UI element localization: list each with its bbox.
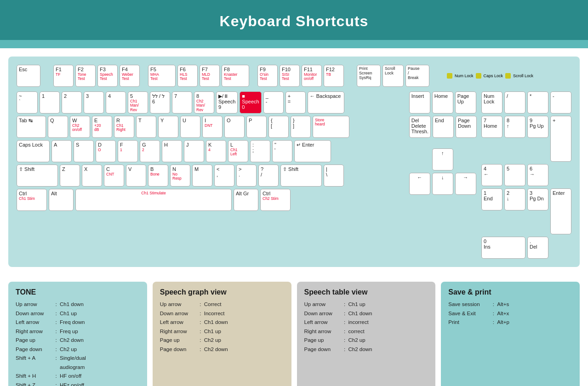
key-semicolon[interactable]: :;: [250, 140, 270, 162]
key-f2[interactable]: F2ToneTest: [75, 65, 96, 87]
key-num-3[interactable]: 3Pg Dn: [527, 188, 548, 210]
key-right-shift[interactable]: ⇧ Shift: [280, 165, 322, 187]
key-num-minus[interactable]: -: [550, 91, 571, 114]
key-num-7[interactable]: 7Home: [481, 116, 502, 138]
key-up-arrow[interactable]: ↑: [432, 148, 453, 170]
key-num-dot[interactable]: .Del: [527, 237, 548, 259]
key-w[interactable]: WCh2on/off: [70, 116, 90, 138]
key-m[interactable]: M: [192, 165, 212, 187]
key-pipe[interactable]: |\: [324, 165, 344, 187]
key-insert[interactable]: Insert: [409, 91, 430, 114]
key-f1[interactable]: F1TF: [53, 65, 74, 87]
key-backspace[interactable]: ← Backspace: [308, 91, 344, 114]
key-minus[interactable]: _-: [263, 91, 284, 114]
key-f7[interactable]: F7MLDTest: [200, 65, 220, 87]
key-7[interactable]: 7: [172, 91, 192, 114]
key-u[interactable]: U: [180, 116, 200, 138]
key-page-down[interactable]: PageDown: [456, 116, 477, 138]
key-num-slash[interactable]: /: [504, 91, 525, 114]
key-f6[interactable]: F6HLSTest: [177, 65, 198, 87]
key-num-1[interactable]: 1End: [481, 188, 502, 210]
key-i[interactable]: IDNT: [202, 116, 223, 138]
key-comma[interactable]: <,: [214, 165, 234, 187]
key-c[interactable]: CCNT: [104, 165, 124, 187]
key-home[interactable]: Home: [432, 91, 453, 114]
key-f10[interactable]: F10SISITest: [280, 65, 300, 87]
key-down-arrow[interactable]: ↓: [432, 173, 453, 195]
key-1[interactable]: 1: [40, 91, 60, 114]
key-num-5[interactable]: 5: [504, 164, 525, 186]
key-5[interactable]: 5Ch1Man/Rev: [128, 91, 148, 114]
key-lbracket[interactable]: {[: [268, 116, 289, 138]
key-3[interactable]: 3: [84, 91, 104, 114]
key-t[interactable]: T: [136, 116, 156, 138]
key-p[interactable]: P: [246, 116, 267, 138]
key-left-alt[interactable]: Alt: [49, 189, 74, 211]
key-right-ctrl[interactable]: CtrlCh2 Stim: [260, 189, 291, 211]
key-num-plus[interactable]: +: [550, 116, 571, 162]
key-9[interactable]: ▶/⏸Speech9: [216, 91, 238, 114]
key-space[interactable]: Ch1 Stimulate: [75, 189, 232, 211]
key-rbracket[interactable]: }]: [291, 116, 311, 138]
key-backtick[interactable]: ~`: [17, 91, 38, 114]
key-caps-lock[interactable]: Caps Lock: [17, 140, 50, 162]
key-num-9[interactable]: 9Pg Up: [527, 116, 548, 138]
key-left-shift[interactable]: ⇧ Shift: [17, 165, 58, 187]
key-s[interactable]: S: [74, 140, 94, 162]
key-num-2[interactable]: 2↓: [504, 188, 525, 210]
key-num-enter[interactable]: Enter: [550, 188, 571, 234]
key-q[interactable]: Q: [48, 116, 68, 138]
key-right-arrow[interactable]: →: [455, 173, 476, 195]
key-store-heard[interactable]: Storeheard: [313, 116, 349, 138]
key-k[interactable]: K4: [206, 140, 226, 162]
key-2[interactable]: 2: [62, 91, 82, 114]
key-slash[interactable]: ?/: [258, 165, 279, 187]
key-pause[interactable]: Pause/Break: [405, 65, 429, 87]
key-delete[interactable]: DelDeleteThresh.: [409, 116, 431, 138]
key-end[interactable]: End: [433, 116, 454, 138]
key-num-8[interactable]: 8↑: [504, 116, 525, 138]
key-enter[interactable]: ↵ Enter: [294, 140, 331, 162]
key-stop[interactable]: ■Speech0: [240, 91, 261, 114]
key-o[interactable]: O: [224, 116, 245, 138]
key-j[interactable]: J: [184, 140, 204, 162]
key-f4[interactable]: F4WeberTest: [120, 65, 140, 87]
key-h[interactable]: H: [162, 140, 182, 162]
key-num-0[interactable]: 0Ins: [481, 237, 525, 259]
key-esc[interactable]: Esc: [17, 65, 40, 87]
key-num-star[interactable]: *: [527, 91, 548, 114]
key-y[interactable]: Y: [158, 116, 178, 138]
key-f[interactable]: F1: [118, 140, 138, 162]
key-a[interactable]: A: [51, 140, 72, 162]
key-6[interactable]: ל / לל6: [150, 91, 170, 114]
key-num-4[interactable]: 4←: [481, 164, 502, 186]
key-left-arrow[interactable]: ←: [409, 173, 430, 195]
key-l[interactable]: LCh1Left: [228, 140, 248, 162]
key-f9[interactable]: F9O'sinTest: [257, 65, 278, 87]
key-g[interactable]: G2: [140, 140, 160, 162]
key-left-ctrl[interactable]: CtrlCh1 Stim: [17, 189, 47, 211]
key-period[interactable]: >.: [236, 165, 257, 187]
key-x[interactable]: X: [82, 165, 102, 187]
key-page-up[interactable]: PageUp: [455, 91, 476, 114]
key-r[interactable]: RCh1Right: [114, 116, 134, 138]
key-n[interactable]: NNoResp: [170, 165, 190, 187]
key-scroll-lock[interactable]: ScrollLock: [382, 65, 404, 87]
key-8[interactable]: 8Ch2Man/Rev: [194, 91, 214, 114]
key-f8[interactable]: F8KnasterTest: [222, 65, 249, 87]
key-f11[interactable]: F11Monitoron/off: [302, 65, 322, 87]
key-num-6[interactable]: 6→: [527, 164, 548, 186]
key-v[interactable]: V: [126, 165, 146, 187]
key-equals[interactable]: +=: [285, 91, 306, 114]
key-f12[interactable]: F12TB: [324, 65, 344, 87]
key-z[interactable]: Z: [60, 165, 80, 187]
key-4[interactable]: 4: [106, 91, 126, 114]
key-alt-gr[interactable]: Alt Gr: [234, 189, 258, 211]
key-f5[interactable]: F5MHATest: [148, 65, 176, 87]
key-num-lock[interactable]: NumLock: [481, 91, 502, 114]
key-tab[interactable]: Tab ↹: [17, 116, 46, 138]
key-b[interactable]: BBone: [148, 165, 168, 187]
key-f3[interactable]: F3SpeechTest: [97, 65, 118, 87]
key-quote[interactable]: "': [272, 140, 292, 162]
key-e[interactable]: E+20dB: [92, 116, 112, 138]
